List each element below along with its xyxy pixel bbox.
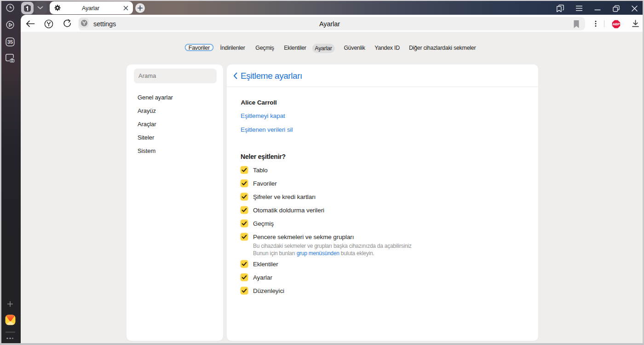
svg-text:35: 35 <box>7 39 12 45</box>
svg-text:ABP: ABP <box>612 22 620 26</box>
